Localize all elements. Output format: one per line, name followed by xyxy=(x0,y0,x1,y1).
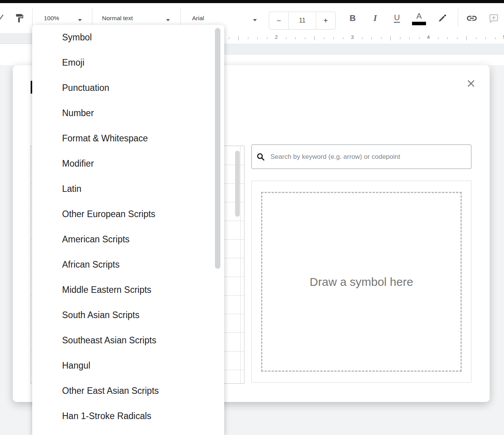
ruler-tick xyxy=(419,37,419,39)
ruler-tick xyxy=(324,37,324,39)
font-size-value[interactable]: 11 xyxy=(289,12,315,29)
menu-item-african-scripts[interactable]: African Scripts xyxy=(32,252,224,277)
ruler-tick xyxy=(362,37,362,39)
ruler-tick xyxy=(333,37,334,39)
menu-item-modifier[interactable]: Modifier xyxy=(32,151,224,176)
chevron-down-icon[interactable] xyxy=(166,19,170,21)
google-docs-screen: 100% Normal text Arial − 11 + B I U A xyxy=(0,0,504,435)
bold-button[interactable]: B xyxy=(345,3,360,33)
ruler-tick xyxy=(229,37,229,39)
menu-item-south-asian-scripts[interactable]: South Asian Scripts xyxy=(32,303,224,328)
spell-check-icon-fragment[interactable] xyxy=(0,3,6,33)
ruler-tick xyxy=(438,37,438,39)
decrease-font-size-button[interactable]: − xyxy=(269,12,289,29)
ruler-number: 4 xyxy=(427,34,430,40)
ruler-tick xyxy=(466,36,467,40)
toolbar-separator xyxy=(92,9,92,26)
draw-hint-text: Draw a symbol here xyxy=(310,275,413,289)
ruler-tick xyxy=(343,37,343,39)
insert-link-button[interactable] xyxy=(464,3,480,33)
close-dialog-button[interactable] xyxy=(465,78,477,89)
search-icon xyxy=(252,152,270,162)
ruler-number: 2 xyxy=(275,34,277,40)
current-color-swatch xyxy=(412,22,426,25)
menu-item-american-scripts[interactable]: American Scripts xyxy=(32,227,224,252)
menu-item-punctuation[interactable]: Punctuation xyxy=(32,75,224,101)
ruler-tick xyxy=(400,37,400,39)
ruler-tick xyxy=(371,37,372,39)
menu-item-han-1-stroke-radicals[interactable]: Han 1-Stroke Radicals xyxy=(32,404,224,429)
symbol-grid-scrollbar[interactable] xyxy=(235,151,240,217)
ruler-tick xyxy=(409,37,410,39)
ruler-tick xyxy=(305,37,305,39)
close-icon xyxy=(466,79,476,88)
ruler-tick xyxy=(381,37,381,39)
link-icon xyxy=(466,12,478,24)
ruler-tick xyxy=(495,37,495,39)
toolbar-separator xyxy=(458,9,458,26)
ruler-tick xyxy=(286,37,286,39)
ruler-number: 3 xyxy=(351,34,353,40)
italic-button[interactable]: I xyxy=(368,3,383,33)
chevron-down-icon[interactable] xyxy=(253,19,257,21)
menu-item-number[interactable]: Number xyxy=(32,101,224,126)
ruler-tick xyxy=(485,37,486,39)
ruler-margin-area xyxy=(0,33,32,43)
underline-label: U xyxy=(394,13,400,23)
draw-canvas[interactable]: Draw a symbol here xyxy=(261,192,462,372)
menu-item-format-whitespace[interactable]: Format & Whitespace xyxy=(32,126,224,151)
ruler-tick xyxy=(257,37,258,39)
dropdown-scrollbar[interactable] xyxy=(215,28,220,269)
ruler-tick xyxy=(390,36,391,40)
check-icon xyxy=(0,14,6,23)
paint-format-button[interactable] xyxy=(12,3,26,33)
menu-item-southeast-asian-scripts[interactable]: Southeast Asian Scripts xyxy=(32,328,224,353)
chevron-down-icon[interactable] xyxy=(78,19,82,21)
text-color-label: A xyxy=(416,11,422,21)
ruler-tick xyxy=(238,36,239,40)
menu-item-other-european-scripts[interactable]: Other European Scripts xyxy=(32,202,224,227)
highlight-color-button[interactable] xyxy=(435,3,450,33)
menu-item-other-east-asian-scripts[interactable]: Other East Asian Scripts xyxy=(32,378,224,404)
comment-plus-icon xyxy=(488,13,499,24)
ruler-tick xyxy=(267,37,267,39)
highlighter-icon xyxy=(437,13,447,23)
search-input[interactable] xyxy=(270,153,471,161)
ruler-tick xyxy=(476,37,476,39)
add-comment-button[interactable] xyxy=(486,3,501,33)
ruler-tick xyxy=(457,37,457,39)
menu-item-symbol[interactable]: Symbol xyxy=(32,25,224,50)
text-color-button[interactable]: A xyxy=(411,3,427,33)
top-black-strip xyxy=(0,0,504,3)
menu-item-emoji[interactable]: Emoji xyxy=(32,50,224,75)
menu-item-latin[interactable]: Latin xyxy=(32,176,224,202)
increase-font-size-button[interactable]: + xyxy=(316,12,335,29)
ruler-tick xyxy=(447,37,448,39)
toolbar-separator xyxy=(32,9,33,26)
menu-item-middle-eastern-scripts[interactable]: Middle Eastern Scripts xyxy=(32,277,224,303)
category-menu: SymbolEmojiPunctuationNumberFormat & Whi… xyxy=(32,25,224,429)
ruler-tick xyxy=(314,36,315,40)
symbol-search-box xyxy=(251,144,471,169)
menu-item-hangul[interactable]: Hangul xyxy=(32,353,224,378)
font-size-control: − 11 + xyxy=(269,12,336,30)
ruler-tick xyxy=(248,37,248,39)
paint-roller-icon xyxy=(14,13,24,23)
ruler-tick xyxy=(295,37,296,39)
category-dropdown: SymbolEmojiPunctuationNumberFormat & Whi… xyxy=(32,25,224,435)
underline-button[interactable]: U xyxy=(389,3,405,33)
toolbar-separator xyxy=(180,9,181,26)
grid-line xyxy=(240,146,241,383)
